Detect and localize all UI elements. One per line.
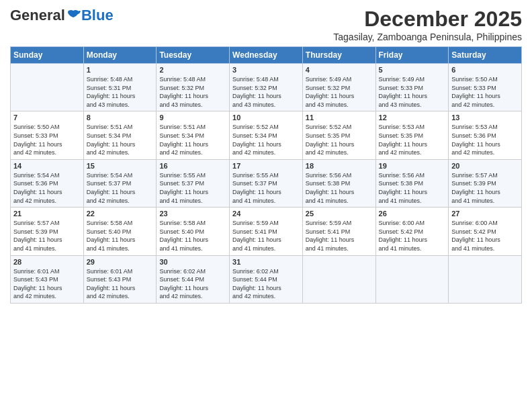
- day-number: 31: [232, 258, 300, 266]
- day-number: 26: [379, 210, 446, 218]
- day-number: 11: [306, 113, 373, 122]
- calendar-cell: 30Sunrise: 6:02 AM Sunset: 5:44 PM Dayli…: [157, 255, 230, 303]
- cell-info: Sunrise: 5:53 AM Sunset: 5:35 PM Dayligh…: [379, 123, 446, 156]
- calendar-title: December 2025: [333, 7, 522, 32]
- logo-general: General: [10, 7, 65, 24]
- calendar-cell: 15Sunrise: 5:54 AM Sunset: 5:37 PM Dayli…: [83, 159, 157, 207]
- calendar-cell: 23Sunrise: 5:58 AM Sunset: 5:40 PM Dayli…: [157, 208, 230, 255]
- calendar-cell: [302, 255, 375, 303]
- calendar-cell: 24Sunrise: 5:59 AM Sunset: 5:41 PM Dayli…: [230, 208, 303, 255]
- calendar-table: SundayMondayTuesdayWednesdayThursdayFrid…: [10, 46, 522, 304]
- cell-info: Sunrise: 5:54 AM Sunset: 5:36 PM Dayligh…: [13, 171, 81, 205]
- day-number: 17: [232, 162, 300, 170]
- day-number: 28: [13, 258, 81, 266]
- cell-info: Sunrise: 5:59 AM Sunset: 5:41 PM Dayligh…: [232, 219, 300, 253]
- calendar-cell: 26Sunrise: 6:00 AM Sunset: 5:42 PM Dayli…: [375, 208, 449, 255]
- calendar-cell: 10Sunrise: 5:52 AM Sunset: 5:34 PM Dayli…: [230, 111, 303, 159]
- calendar-cell: 21Sunrise: 5:57 AM Sunset: 5:39 PM Dayli…: [11, 208, 84, 255]
- cell-info: Sunrise: 6:00 AM Sunset: 5:42 PM Dayligh…: [379, 219, 446, 253]
- day-number: 24: [232, 210, 300, 218]
- calendar-week-row: 21Sunrise: 5:57 AM Sunset: 5:39 PM Dayli…: [11, 208, 522, 255]
- cell-info: Sunrise: 6:02 AM Sunset: 5:44 PM Dayligh…: [232, 267, 300, 301]
- day-number: 18: [306, 162, 373, 170]
- calendar-cell: 4Sunrise: 5:49 AM Sunset: 5:32 PM Daylig…: [302, 64, 375, 111]
- cell-info: Sunrise: 5:57 AM Sunset: 5:39 PM Dayligh…: [451, 171, 519, 205]
- day-number: 2: [159, 66, 226, 74]
- calendar-header-row: SundayMondayTuesdayWednesdayThursdayFrid…: [11, 47, 522, 64]
- day-number: 20: [451, 162, 519, 170]
- day-number: 8: [87, 113, 154, 122]
- cell-info: Sunrise: 5:51 AM Sunset: 5:34 PM Dayligh…: [159, 123, 226, 156]
- calendar-cell: 12Sunrise: 5:53 AM Sunset: 5:35 PM Dayli…: [375, 111, 449, 159]
- page-header: General Blue December 2025 Tagasilay, Za…: [10, 7, 522, 42]
- day-number: 15: [87, 162, 154, 170]
- calendar-cell: 17Sunrise: 5:55 AM Sunset: 5:37 PM Dayli…: [230, 159, 303, 207]
- cell-info: Sunrise: 6:00 AM Sunset: 5:42 PM Dayligh…: [451, 219, 519, 253]
- day-number: 7: [13, 113, 81, 122]
- calendar-cell: 9Sunrise: 5:51 AM Sunset: 5:34 PM Daylig…: [157, 111, 230, 159]
- cell-info: Sunrise: 5:50 AM Sunset: 5:33 PM Dayligh…: [451, 75, 519, 109]
- day-number: 13: [451, 113, 519, 122]
- calendar-cell: 22Sunrise: 5:58 AM Sunset: 5:40 PM Dayli…: [83, 208, 157, 255]
- calendar-cell: 31Sunrise: 6:02 AM Sunset: 5:44 PM Dayli…: [230, 255, 303, 303]
- day-number: 25: [306, 210, 373, 218]
- cell-info: Sunrise: 5:55 AM Sunset: 5:37 PM Dayligh…: [232, 171, 300, 205]
- calendar-cell: 11Sunrise: 5:52 AM Sunset: 5:35 PM Dayli…: [302, 111, 375, 159]
- day-number: 9: [159, 113, 226, 122]
- day-number: 30: [159, 258, 226, 266]
- calendar-cell: 18Sunrise: 5:56 AM Sunset: 5:38 PM Dayli…: [302, 159, 375, 207]
- logo-blue: Blue: [81, 7, 114, 24]
- cell-info: Sunrise: 6:01 AM Sunset: 5:43 PM Dayligh…: [87, 267, 154, 301]
- cell-info: Sunrise: 5:54 AM Sunset: 5:37 PM Dayligh…: [87, 171, 154, 205]
- cell-info: Sunrise: 5:48 AM Sunset: 5:31 PM Dayligh…: [87, 75, 154, 109]
- day-number: 3: [232, 66, 300, 74]
- cell-info: Sunrise: 5:48 AM Sunset: 5:32 PM Dayligh…: [232, 75, 300, 109]
- calendar-cell: 27Sunrise: 6:00 AM Sunset: 5:42 PM Dayli…: [449, 208, 522, 255]
- day-number: 23: [159, 210, 226, 218]
- day-number: 27: [451, 210, 519, 218]
- calendar-week-row: 7Sunrise: 5:50 AM Sunset: 5:33 PM Daylig…: [11, 111, 522, 159]
- calendar-cell: [375, 255, 449, 303]
- cell-info: Sunrise: 5:52 AM Sunset: 5:34 PM Dayligh…: [232, 123, 300, 156]
- cell-info: Sunrise: 5:53 AM Sunset: 5:36 PM Dayligh…: [451, 123, 519, 156]
- col-header-monday: Monday: [83, 47, 157, 64]
- calendar-cell: 14Sunrise: 5:54 AM Sunset: 5:36 PM Dayli…: [11, 159, 84, 207]
- calendar-cell: 28Sunrise: 6:01 AM Sunset: 5:43 PM Dayli…: [11, 255, 84, 303]
- calendar-cell: 2Sunrise: 5:48 AM Sunset: 5:32 PM Daylig…: [157, 64, 230, 111]
- cell-info: Sunrise: 5:51 AM Sunset: 5:34 PM Dayligh…: [87, 123, 154, 156]
- col-header-thursday: Thursday: [302, 47, 375, 64]
- cell-info: Sunrise: 5:55 AM Sunset: 5:37 PM Dayligh…: [159, 171, 226, 205]
- day-number: 5: [379, 66, 446, 74]
- calendar-cell: 8Sunrise: 5:51 AM Sunset: 5:34 PM Daylig…: [83, 111, 157, 159]
- col-header-friday: Friday: [375, 47, 449, 64]
- cell-info: Sunrise: 5:49 AM Sunset: 5:32 PM Dayligh…: [306, 75, 373, 109]
- calendar-cell: 16Sunrise: 5:55 AM Sunset: 5:37 PM Dayli…: [157, 159, 230, 207]
- day-number: 29: [87, 258, 154, 266]
- cell-info: Sunrise: 6:02 AM Sunset: 5:44 PM Dayligh…: [159, 267, 226, 301]
- col-header-saturday: Saturday: [449, 47, 522, 64]
- cell-info: Sunrise: 5:57 AM Sunset: 5:39 PM Dayligh…: [13, 219, 81, 253]
- calendar-cell: 1Sunrise: 5:48 AM Sunset: 5:31 PM Daylig…: [83, 64, 157, 111]
- cell-info: Sunrise: 5:48 AM Sunset: 5:32 PM Dayligh…: [159, 75, 226, 109]
- calendar-cell: 3Sunrise: 5:48 AM Sunset: 5:32 PM Daylig…: [230, 64, 303, 111]
- cell-info: Sunrise: 5:56 AM Sunset: 5:38 PM Dayligh…: [379, 171, 446, 205]
- day-number: 21: [13, 210, 81, 218]
- cell-info: Sunrise: 6:01 AM Sunset: 5:43 PM Dayligh…: [13, 267, 81, 301]
- cell-info: Sunrise: 5:52 AM Sunset: 5:35 PM Dayligh…: [306, 123, 373, 156]
- title-block: December 2025 Tagasilay, Zamboanga Penin…: [333, 7, 522, 42]
- day-number: 19: [379, 162, 446, 170]
- cell-info: Sunrise: 5:56 AM Sunset: 5:38 PM Dayligh…: [306, 171, 373, 205]
- col-header-sunday: Sunday: [11, 47, 84, 64]
- day-number: 16: [159, 162, 226, 170]
- day-number: 14: [13, 162, 81, 170]
- day-number: 4: [306, 66, 373, 74]
- day-number: 12: [379, 113, 446, 122]
- calendar-cell: [11, 64, 84, 111]
- calendar-cell: 7Sunrise: 5:50 AM Sunset: 5:33 PM Daylig…: [11, 111, 84, 159]
- day-number: 22: [87, 210, 154, 218]
- cell-info: Sunrise: 5:59 AM Sunset: 5:41 PM Dayligh…: [306, 219, 373, 253]
- calendar-cell: 20Sunrise: 5:57 AM Sunset: 5:39 PM Dayli…: [449, 159, 522, 207]
- day-number: 6: [451, 66, 519, 74]
- col-header-wednesday: Wednesday: [230, 47, 303, 64]
- logo: General Blue: [10, 7, 114, 24]
